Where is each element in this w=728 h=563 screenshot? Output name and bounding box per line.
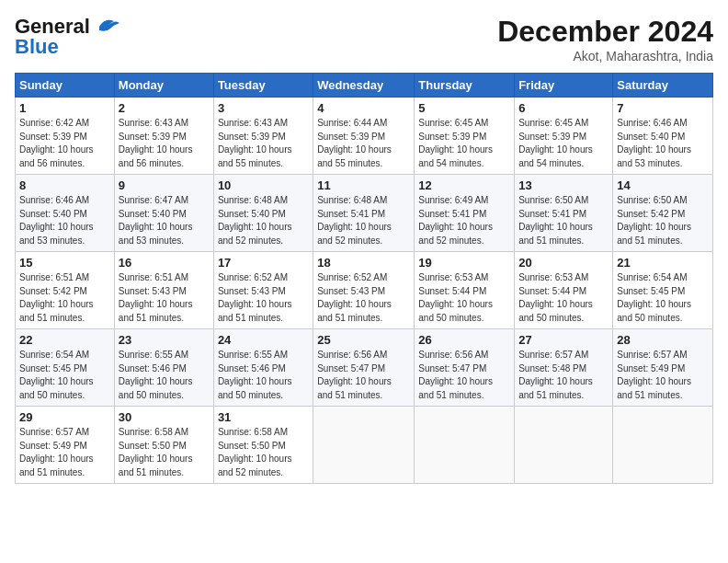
day-number: 17 [218,256,309,270]
col-friday: Friday [515,74,613,98]
day-number: 25 [317,333,410,347]
day-number: 3 [218,101,309,115]
day-info: Sunrise: 6:45 AM Sunset: 5:39 PM Dayligh… [418,117,510,170]
day-info: Sunrise: 6:53 AM Sunset: 5:44 PM Dayligh… [418,271,510,325]
calendar-cell [515,407,613,484]
calendar-cell: 26 Sunrise: 6:56 AM Sunset: 5:47 PM Dayl… [415,329,515,407]
col-thursday: Thursday [415,74,515,98]
logo-blue: Blue [15,35,59,59]
day-number: 4 [317,101,410,115]
calendar-cell: 4 Sunrise: 6:44 AM Sunset: 5:39 PM Dayli… [313,98,415,175]
day-number: 21 [617,256,709,270]
calendar-cell: 7 Sunrise: 6:46 AM Sunset: 5:40 PM Dayli… [613,98,713,175]
day-number: 13 [518,178,609,192]
calendar-cell: 30 Sunrise: 6:58 AM Sunset: 5:50 PM Dayl… [114,407,213,484]
day-number: 1 [19,101,110,115]
day-info: Sunrise: 6:47 AM Sunset: 5:40 PM Dayligh… [119,194,210,247]
day-number: 9 [119,178,210,192]
calendar-cell: 28 Sunrise: 6:57 AM Sunset: 5:49 PM Dayl… [613,329,713,407]
logo: General Blue [15,15,121,59]
day-number: 29 [19,410,110,424]
day-info: Sunrise: 6:58 AM Sunset: 5:50 PM Dayligh… [119,426,210,479]
calendar-week-row: 29 Sunrise: 6:57 AM Sunset: 5:49 PM Dayl… [16,407,713,484]
day-number: 12 [418,178,510,192]
day-info: Sunrise: 6:45 AM Sunset: 5:39 PM Dayligh… [518,117,609,170]
day-info: Sunrise: 6:46 AM Sunset: 5:40 PM Dayligh… [19,194,110,247]
calendar-cell: 18 Sunrise: 6:52 AM Sunset: 5:43 PM Dayl… [313,252,415,329]
calendar-cell: 24 Sunrise: 6:55 AM Sunset: 5:46 PM Dayl… [213,329,313,407]
calendar-week-row: 15 Sunrise: 6:51 AM Sunset: 5:42 PM Dayl… [16,252,713,329]
calendar-cell: 12 Sunrise: 6:49 AM Sunset: 5:41 PM Dayl… [415,175,515,252]
col-sunday: Sunday [16,74,115,98]
day-info: Sunrise: 6:54 AM Sunset: 5:45 PM Dayligh… [19,349,110,402]
day-info: Sunrise: 6:48 AM Sunset: 5:40 PM Dayligh… [218,194,309,247]
calendar-cell: 5 Sunrise: 6:45 AM Sunset: 5:39 PM Dayli… [415,98,515,175]
col-monday: Monday [114,74,213,98]
day-number: 26 [418,333,510,347]
calendar-cell: 22 Sunrise: 6:54 AM Sunset: 5:45 PM Dayl… [16,329,115,407]
day-info: Sunrise: 6:51 AM Sunset: 5:43 PM Dayligh… [119,271,210,325]
day-number: 10 [218,178,309,192]
calendar-cell: 10 Sunrise: 6:48 AM Sunset: 5:40 PM Dayl… [213,175,313,252]
day-number: 6 [518,101,609,115]
calendar-week-row: 1 Sunrise: 6:42 AM Sunset: 5:39 PM Dayli… [16,98,713,175]
day-number: 31 [218,410,309,424]
day-number: 11 [317,178,410,192]
day-number: 23 [119,333,210,347]
calendar-week-row: 8 Sunrise: 6:46 AM Sunset: 5:40 PM Dayli… [16,175,713,252]
calendar-week-row: 22 Sunrise: 6:54 AM Sunset: 5:45 PM Dayl… [16,329,713,407]
calendar-cell [613,407,713,484]
day-info: Sunrise: 6:52 AM Sunset: 5:43 PM Dayligh… [317,271,410,325]
calendar-cell: 8 Sunrise: 6:46 AM Sunset: 5:40 PM Dayli… [16,175,115,252]
day-info: Sunrise: 6:42 AM Sunset: 5:39 PM Dayligh… [19,117,110,170]
day-info: Sunrise: 6:46 AM Sunset: 5:40 PM Dayligh… [617,117,709,170]
day-number: 27 [518,333,609,347]
calendar-cell: 11 Sunrise: 6:48 AM Sunset: 5:41 PM Dayl… [313,175,415,252]
day-info: Sunrise: 6:57 AM Sunset: 5:49 PM Dayligh… [19,426,110,479]
day-number: 18 [317,256,410,270]
day-number: 19 [418,256,510,270]
day-info: Sunrise: 6:52 AM Sunset: 5:43 PM Dayligh… [218,271,309,325]
day-number: 16 [119,256,210,270]
calendar-cell: 9 Sunrise: 6:47 AM Sunset: 5:40 PM Dayli… [114,175,213,252]
calendar-table: Sunday Monday Tuesday Wednesday Thursday… [15,73,713,484]
day-number: 8 [19,178,110,192]
day-number: 15 [19,256,110,270]
day-info: Sunrise: 6:54 AM Sunset: 5:45 PM Dayligh… [617,271,709,325]
day-number: 2 [119,101,210,115]
col-saturday: Saturday [613,74,713,98]
day-info: Sunrise: 6:51 AM Sunset: 5:42 PM Dayligh… [19,271,110,325]
day-info: Sunrise: 6:48 AM Sunset: 5:41 PM Dayligh… [317,194,410,247]
calendar-cell: 14 Sunrise: 6:50 AM Sunset: 5:42 PM Dayl… [613,175,713,252]
day-number: 7 [617,101,709,115]
day-info: Sunrise: 6:56 AM Sunset: 5:47 PM Dayligh… [317,349,410,402]
calendar-cell: 29 Sunrise: 6:57 AM Sunset: 5:49 PM Dayl… [16,407,115,484]
calendar-cell: 6 Sunrise: 6:45 AM Sunset: 5:39 PM Dayli… [515,98,613,175]
day-number: 30 [119,410,210,424]
calendar-cell: 31 Sunrise: 6:58 AM Sunset: 5:50 PM Dayl… [213,407,313,484]
calendar-cell: 23 Sunrise: 6:55 AM Sunset: 5:46 PM Dayl… [114,329,213,407]
calendar-cell: 25 Sunrise: 6:56 AM Sunset: 5:47 PM Dayl… [313,329,415,407]
calendar-cell: 20 Sunrise: 6:53 AM Sunset: 5:44 PM Dayl… [515,252,613,329]
calendar-cell: 3 Sunrise: 6:43 AM Sunset: 5:39 PM Dayli… [213,98,313,175]
day-info: Sunrise: 6:50 AM Sunset: 5:42 PM Dayligh… [617,194,709,247]
calendar-cell: 16 Sunrise: 6:51 AM Sunset: 5:43 PM Dayl… [114,252,213,329]
day-info: Sunrise: 6:49 AM Sunset: 5:41 PM Dayligh… [418,194,510,247]
col-wednesday: Wednesday [313,74,415,98]
day-number: 14 [617,178,709,192]
calendar-cell: 1 Sunrise: 6:42 AM Sunset: 5:39 PM Dayli… [16,98,115,175]
day-info: Sunrise: 6:58 AM Sunset: 5:50 PM Dayligh… [218,426,309,479]
calendar-cell: 19 Sunrise: 6:53 AM Sunset: 5:44 PM Dayl… [415,252,515,329]
calendar-cell: 2 Sunrise: 6:43 AM Sunset: 5:39 PM Dayli… [114,98,213,175]
day-info: Sunrise: 6:50 AM Sunset: 5:41 PM Dayligh… [518,194,609,247]
day-info: Sunrise: 6:57 AM Sunset: 5:48 PM Dayligh… [518,349,609,402]
day-number: 24 [218,333,309,347]
day-info: Sunrise: 6:43 AM Sunset: 5:39 PM Dayligh… [119,117,210,170]
logo-bird-icon [92,16,121,38]
calendar-cell [313,407,415,484]
calendar-cell: 13 Sunrise: 6:50 AM Sunset: 5:41 PM Dayl… [515,175,613,252]
calendar-cell [415,407,515,484]
title-section: December 2024 Akot, Maharashtra, India [497,15,713,63]
day-number: 22 [19,333,110,347]
calendar-cell: 21 Sunrise: 6:54 AM Sunset: 5:45 PM Dayl… [613,252,713,329]
